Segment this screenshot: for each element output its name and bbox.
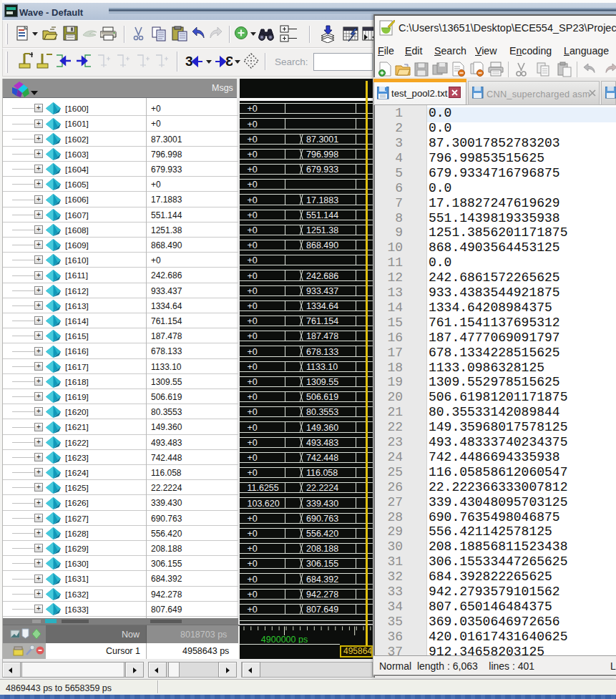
svg-text:1251.38: 1251.38 xyxy=(306,225,338,235)
svg-text:+0: +0 xyxy=(248,165,258,175)
svg-text:868.490: 868.490 xyxy=(306,240,338,250)
svg-text:+0: +0 xyxy=(248,423,258,433)
svg-text:+0: +0 xyxy=(248,529,258,539)
svg-text:+0: +0 xyxy=(248,407,258,417)
svg-text:+0: +0 xyxy=(248,575,258,585)
svg-text:1334.64: 1334.64 xyxy=(306,301,338,311)
svg-text:+0: +0 xyxy=(248,392,258,402)
svg-text:116.058: 116.058 xyxy=(306,468,338,478)
svg-text:+0: +0 xyxy=(248,301,258,311)
svg-text:742.448: 742.448 xyxy=(306,453,338,463)
svg-text:556.420: 556.420 xyxy=(306,529,338,539)
svg-text:17.1883: 17.1883 xyxy=(306,195,338,205)
svg-text:339.430: 339.430 xyxy=(306,499,338,509)
svg-text:3: 3 xyxy=(185,54,193,69)
svg-text:+0: +0 xyxy=(248,331,258,341)
svg-text:796.998: 796.998 xyxy=(306,150,338,160)
svg-text:11.6255: 11.6255 xyxy=(248,483,279,493)
svg-text:1309.55: 1309.55 xyxy=(306,377,338,387)
svg-text:+0: +0 xyxy=(248,347,258,357)
svg-text:+0: +0 xyxy=(248,544,258,554)
svg-text:+0: +0 xyxy=(248,438,258,448)
svg-text:506.619: 506.619 xyxy=(306,392,338,402)
svg-text:1133.10: 1133.10 xyxy=(306,362,338,372)
svg-text:+0: +0 xyxy=(248,180,258,190)
svg-text:+0: +0 xyxy=(248,119,258,129)
svg-text:Ɛ: Ɛ xyxy=(225,54,233,69)
svg-text:+0: +0 xyxy=(248,135,258,145)
svg-text:+0: +0 xyxy=(248,225,258,235)
svg-text:22.2224: 22.2224 xyxy=(306,483,338,493)
svg-text:+0: +0 xyxy=(248,271,258,281)
svg-text:149.360: 149.360 xyxy=(306,423,338,433)
svg-text:493.483: 493.483 xyxy=(306,438,338,448)
svg-text:942.278: 942.278 xyxy=(306,590,338,600)
svg-text:306.155: 306.155 xyxy=(306,559,338,569)
svg-text:+0: +0 xyxy=(248,210,258,220)
svg-text:103.620: 103.620 xyxy=(248,499,280,509)
svg-text:+0: +0 xyxy=(248,316,258,326)
svg-text:187.478: 187.478 xyxy=(306,331,338,341)
svg-text:679.933: 679.933 xyxy=(306,165,338,175)
svg-text:4900000 ps: 4900000 ps xyxy=(261,635,308,643)
svg-text:+0: +0 xyxy=(248,362,258,372)
svg-text:+0: +0 xyxy=(248,255,258,265)
svg-text:87.3001: 87.3001 xyxy=(306,135,338,145)
svg-text:+0: +0 xyxy=(248,514,258,524)
svg-text:807.649: 807.649 xyxy=(306,605,338,615)
svg-text:242.686: 242.686 xyxy=(306,271,338,281)
svg-text:+0: +0 xyxy=(248,605,258,615)
svg-text:+0: +0 xyxy=(248,195,258,205)
svg-text:+0: +0 xyxy=(248,104,258,114)
svg-text:761.154: 761.154 xyxy=(306,316,338,326)
svg-text:+0: +0 xyxy=(248,453,258,463)
svg-text:678.133: 678.133 xyxy=(306,347,338,357)
svg-text:+0: +0 xyxy=(248,286,258,296)
svg-text:208.188: 208.188 xyxy=(306,544,338,554)
svg-text:684.392: 684.392 xyxy=(306,575,338,585)
svg-text:+0: +0 xyxy=(248,590,258,600)
svg-text:+0: +0 xyxy=(248,150,258,160)
svg-text:933.437: 933.437 xyxy=(306,286,338,296)
svg-text:+0: +0 xyxy=(248,377,258,387)
svg-text:+0: +0 xyxy=(248,559,258,569)
svg-text:690.763: 690.763 xyxy=(306,514,338,524)
svg-text:80.3553: 80.3553 xyxy=(306,407,338,417)
svg-text:551.144: 551.144 xyxy=(306,210,338,220)
svg-text:+0: +0 xyxy=(248,240,258,250)
svg-text:+0: +0 xyxy=(248,468,258,478)
